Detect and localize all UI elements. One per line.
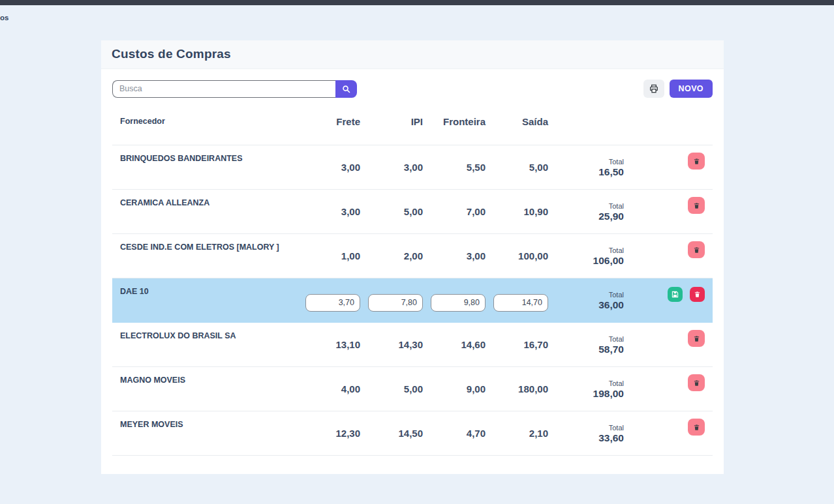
total-value: 198,00	[548, 388, 624, 400]
toolbar: NOVO	[101, 69, 724, 98]
delete-button[interactable]	[690, 287, 705, 302]
page-title: Custos de Compras	[112, 47, 713, 61]
frete-cell	[298, 294, 360, 312]
ipi-value: 3,00	[360, 162, 423, 173]
frete-value: 3,00	[298, 162, 360, 173]
card-header: Custos de Compras	[101, 40, 724, 69]
saida-input[interactable]	[493, 294, 548, 312]
clipped-nav-text: os	[0, 14, 8, 22]
supplier-name: CERAMICA ALLEANZA	[112, 190, 298, 207]
search-button[interactable]	[335, 80, 357, 98]
total-label: Total	[548, 335, 624, 344]
supplier-name: MEYER MOVEIS	[112, 411, 298, 429]
trash-icon	[693, 379, 700, 387]
trash-icon	[693, 246, 700, 254]
saida-value: 5,00	[486, 162, 548, 173]
column-header-saida: Saída	[486, 116, 548, 127]
saida-value: 10,90	[486, 206, 548, 217]
ipi-value: 14,30	[360, 339, 423, 350]
fronteira-value: 4,70	[423, 428, 486, 439]
total-label: Total	[548, 424, 624, 432]
ipi-value: 5,00	[360, 206, 423, 217]
table-row[interactable]: CERAMICA ALLEANZA 3,00 5,00 7,00 10,90 T…	[112, 190, 713, 234]
row-actions	[624, 153, 713, 170]
total-value: 33,60	[548, 432, 624, 444]
magnifier-icon	[341, 84, 351, 94]
total-value: 16,50	[548, 166, 624, 178]
total-label: Total	[548, 158, 624, 166]
total-value: 25,90	[548, 211, 624, 222]
saida-cell	[486, 294, 548, 312]
fronteira-cell	[423, 294, 486, 312]
fronteira-value: 3,00	[423, 250, 486, 261]
fronteira-value: 14,60	[423, 339, 486, 350]
table-row[interactable]: ELECTROLUX DO BRASIL SA 13,10 14,30 14,6…	[112, 323, 713, 367]
total-cell: Total 25,90	[548, 201, 624, 222]
delete-button[interactable]	[688, 419, 705, 436]
ipi-input[interactable]	[368, 294, 423, 312]
printer-icon	[649, 83, 659, 94]
print-button[interactable]	[643, 80, 664, 98]
ipi-cell	[360, 294, 423, 312]
delete-button[interactable]	[688, 197, 705, 214]
saida-value: 100,00	[486, 250, 548, 261]
trash-icon	[693, 335, 700, 342]
search-group	[112, 80, 357, 98]
novo-button[interactable]: NOVO	[670, 80, 713, 98]
save-button[interactable]	[668, 287, 683, 302]
table-row[interactable]: BRINQUEDOS BANDEIRANTES 3,00 3,00 5,50 5…	[112, 145, 713, 190]
search-input[interactable]	[112, 80, 335, 98]
total-label: Total	[548, 202, 624, 211]
row-actions	[624, 419, 713, 436]
table-row[interactable]: MEYER MOVEIS 12,30 14,50 4,70 2,10 Total…	[112, 411, 713, 456]
saida-value: 2,10	[486, 428, 548, 439]
table-header-row: Fornecedor Frete IPI Fronteira Saída	[112, 98, 713, 145]
supplier-name: CESDE IND.E COM ELETROS [MALORY ]	[112, 234, 298, 252]
column-header-frete: Frete	[298, 116, 360, 127]
row-actions	[624, 241, 713, 258]
table-body: BRINQUEDOS BANDEIRANTES 3,00 3,00 5,50 5…	[112, 145, 713, 456]
total-cell: Total 16,50	[548, 156, 624, 178]
total-label: Total	[548, 379, 624, 388]
total-cell: Total 33,60	[548, 422, 624, 444]
frete-value: 13,10	[298, 339, 360, 350]
total-cell: Total 198,00	[548, 378, 624, 400]
delete-button[interactable]	[688, 153, 705, 170]
supplier-name: ELECTROLUX DO BRASIL SA	[112, 323, 298, 340]
total-cell: Total 58,70	[548, 334, 624, 355]
column-header-fronteira: Fronteira	[423, 116, 486, 127]
table-row[interactable]: MAGNO MOVEIS 4,00 5,00 9,00 180,00 Total…	[112, 367, 713, 411]
save-icon	[672, 291, 679, 298]
trash-icon	[693, 202, 700, 209]
fronteira-input[interactable]	[431, 294, 486, 312]
table-row[interactable]: CESDE IND.E COM ELETROS [MALORY ] 1,00 2…	[112, 234, 713, 278]
total-value: 106,00	[548, 255, 624, 267]
frete-value: 12,30	[298, 428, 360, 439]
custos-card: Custos de Compras	[101, 40, 724, 474]
fronteira-value: 5,50	[423, 162, 486, 173]
top-navigation-bar	[0, 0, 834, 5]
column-header-fornecedor: Fornecedor	[112, 117, 298, 126]
suppliers-table: Fornecedor Frete IPI Fronteira Saída BRI…	[112, 98, 713, 456]
table-row-editing[interactable]: DAE 10 Total 36,00	[112, 278, 713, 323]
delete-button[interactable]	[688, 241, 705, 258]
trash-icon	[694, 291, 701, 298]
total-label: Total	[548, 246, 624, 255]
fronteira-value: 7,00	[423, 206, 486, 217]
delete-button[interactable]	[688, 374, 705, 391]
ipi-value: 5,00	[360, 383, 423, 394]
frete-input[interactable]	[305, 294, 360, 312]
total-value: 36,00	[548, 299, 624, 311]
row-actions	[624, 287, 713, 302]
frete-value: 3,00	[298, 206, 360, 217]
supplier-name: MAGNO MOVEIS	[112, 367, 298, 385]
trash-icon	[693, 424, 700, 431]
frete-value: 4,00	[298, 383, 360, 394]
supplier-name: BRINQUEDOS BANDEIRANTES	[112, 145, 298, 163]
fronteira-value: 9,00	[423, 383, 486, 394]
ipi-value: 14,50	[360, 428, 423, 439]
saida-value: 180,00	[486, 383, 548, 394]
frete-value: 1,00	[298, 250, 360, 261]
delete-button[interactable]	[688, 330, 705, 347]
trash-icon	[693, 158, 700, 165]
